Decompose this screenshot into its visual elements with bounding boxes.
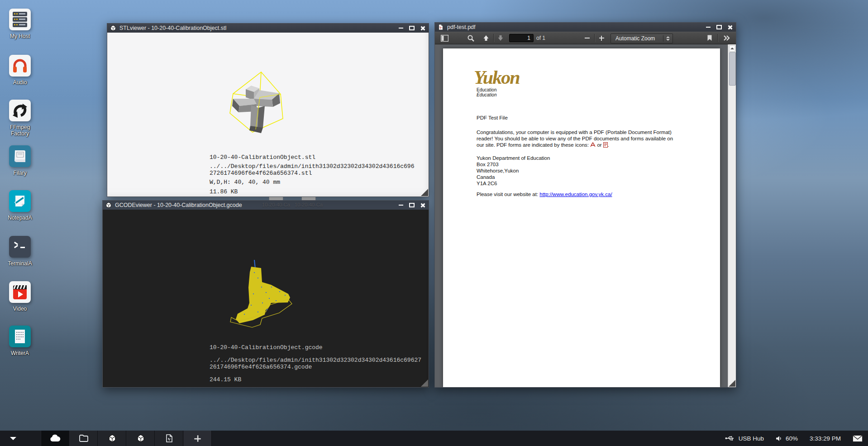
website-line: Please visit our website at: http://www.… <box>477 191 612 197</box>
close-button[interactable] <box>726 24 733 30</box>
desktop-icon-my-host[interactable]: My Host <box>4 9 36 39</box>
pdf-viewer-area: Yukon Education Éducation PDF Test File … <box>435 44 736 387</box>
resize-grip[interactable] <box>421 379 428 387</box>
volume-tray-item[interactable]: 60% <box>776 435 798 442</box>
maximize-button[interactable] <box>408 202 415 208</box>
maximize-button[interactable] <box>715 24 722 30</box>
cube-icon <box>108 434 116 442</box>
usb-icon <box>725 436 735 441</box>
desktop-icon-label: TerminalA <box>4 260 36 267</box>
yukon-logo-word: Yukon <box>474 67 520 87</box>
window-title: GCODEviewer - 10-20-40-CalibrationObject… <box>115 202 397 208</box>
zoom-select-value: Automatic Zoom <box>611 35 663 42</box>
plus-icon <box>194 435 200 441</box>
next-page-button[interactable] <box>495 32 506 44</box>
minimize-icon <box>399 205 403 206</box>
pdf-toolbar: of 1 Automatic Zoom <box>435 32 736 44</box>
previous-page-button[interactable] <box>480 32 492 44</box>
scroll-up-button[interactable] <box>729 45 735 52</box>
desktop-icon-writera[interactable]: WriterA <box>4 326 36 356</box>
stlviewer-titlebar[interactable]: STLviewer - 10-20-40-CalibrationObject.s… <box>107 24 429 33</box>
gcodeviewer-titlebar[interactable]: GCODEviewer - 10-20-40-CalibrationObject… <box>103 201 429 210</box>
desktop-icon-label: My Host <box>4 33 36 39</box>
pdf-titlebar[interactable]: pdf-test.pdf <box>435 23 736 32</box>
minimize-button[interactable] <box>705 24 711 30</box>
stl-filesize: 11.86 KB <box>210 188 238 195</box>
zoom-in-button[interactable] <box>596 32 607 44</box>
desktop: { "desktop": { "icons": [ {"label": "My … <box>0 0 868 446</box>
usb-label: USB Hub <box>739 435 764 442</box>
taskbar-item-stlviewer[interactable] <box>98 431 126 446</box>
stl-3d-model <box>224 61 310 143</box>
taskbar-menu-button[interactable] <box>0 437 26 440</box>
zoom-out-button[interactable] <box>582 32 592 44</box>
window-title: STLviewer - 10-20-40-CalibrationObject.s… <box>119 25 397 31</box>
cube-icon <box>137 434 145 442</box>
page-count-label: of 1 <box>536 32 545 44</box>
desktop-icon-ffmpeg-factory[interactable]: FFmpeg Factory <box>4 100 36 137</box>
clock-label: 3:33:29 PM <box>810 435 841 442</box>
cloud-icon <box>49 434 61 442</box>
yukon-logo: Yukon Education Éducation <box>474 67 520 97</box>
pdf-file-icon <box>438 24 444 30</box>
toolbar-more-button[interactable] <box>720 32 734 44</box>
taskbar-item-pdfviewer[interactable] <box>155 431 183 446</box>
headphones-icon <box>9 55 31 77</box>
website-link[interactable]: http://www.education.gov.yk.ca/ <box>539 192 612 197</box>
taskbar-item-gcodeviewer[interactable] <box>126 431 155 446</box>
close-icon <box>420 203 425 207</box>
acrobat-icon <box>590 142 596 147</box>
yukon-logo-sub-fr: Éducation <box>477 92 520 97</box>
clock-tray-item[interactable]: 3:33:29 PM <box>810 435 841 442</box>
search-button[interactable] <box>465 32 477 44</box>
taskbar-new-tab-button[interactable] <box>183 431 212 446</box>
close-icon <box>420 26 425 30</box>
cube-icon <box>110 25 116 31</box>
page-number-input[interactable] <box>509 34 534 42</box>
zoom-select[interactable]: Automatic Zoom <box>610 34 673 43</box>
mail-tray-item[interactable] <box>853 435 863 442</box>
maximize-icon <box>409 26 415 30</box>
maximize-button[interactable] <box>408 25 415 31</box>
address-line: Yukon Department of Education <box>477 155 550 161</box>
minimize-button[interactable] <box>397 202 404 208</box>
video-clapper-icon <box>9 281 31 303</box>
usb-tray-item[interactable]: USB Hub <box>725 435 764 442</box>
caret-down-icon <box>10 437 16 440</box>
pdf-scrollbar[interactable] <box>728 44 736 387</box>
pdf-page[interactable]: Yukon Education Éducation PDF Test File … <box>443 48 720 387</box>
desktop-icon-label: Audio <box>4 79 36 86</box>
address-line: Canada <box>477 174 495 180</box>
stl-path-line1: ../../Desktop/files/admin/inith31302d323… <box>210 163 414 170</box>
pdf-file-icon <box>166 434 173 442</box>
cube-icon <box>105 202 112 208</box>
writer-document-icon <box>9 326 31 347</box>
desktop-icon-label: Filary <box>4 170 36 176</box>
desktop-icon-terminala[interactable]: TerminalA <box>4 236 36 267</box>
gcodeviewer-window: GCODEviewer - 10-20-40-CalibrationObject… <box>102 200 429 388</box>
bookmark-button[interactable] <box>704 32 715 44</box>
desktop-icon-filary[interactable]: Filary <box>4 145 36 176</box>
arrow-up-icon <box>483 35 489 41</box>
gcode-viewport[interactable]: 10-20-40-CalibrationObject.gcode ../../D… <box>103 210 429 387</box>
gcode-path-line2: 26174696f6e4f626a656374.gcode <box>210 364 312 370</box>
terminal-icon <box>9 236 31 258</box>
close-button[interactable] <box>419 25 426 31</box>
resize-grip[interactable] <box>729 380 735 387</box>
desktop-icon-label: NotepadA <box>4 215 36 221</box>
stl-dimensions: W,D,H: 40, 40, 40 mm <box>210 179 280 186</box>
sidebar-toggle-button[interactable] <box>439 32 450 44</box>
desktop-icon-notepada[interactable]: NotepadA <box>4 190 36 221</box>
stl-viewport[interactable]: 10-20-40-CalibrationObject.stl ../../Des… <box>107 33 429 197</box>
taskbar-item-files[interactable] <box>69 431 98 446</box>
resize-grip[interactable] <box>421 189 428 196</box>
close-button[interactable] <box>419 202 426 208</box>
minimize-button[interactable] <box>397 25 404 31</box>
scrollbar-thumb[interactable] <box>729 52 736 86</box>
desktop-icon-audio[interactable]: Audio <box>4 55 36 86</box>
search-icon <box>467 35 474 42</box>
pdf-paragraph-line2: reader! You should be able to view any o… <box>477 135 673 142</box>
taskbar-item-cloud[interactable] <box>41 431 69 446</box>
speaker-icon <box>776 436 782 441</box>
desktop-icon-video[interactable]: Video <box>4 281 36 312</box>
